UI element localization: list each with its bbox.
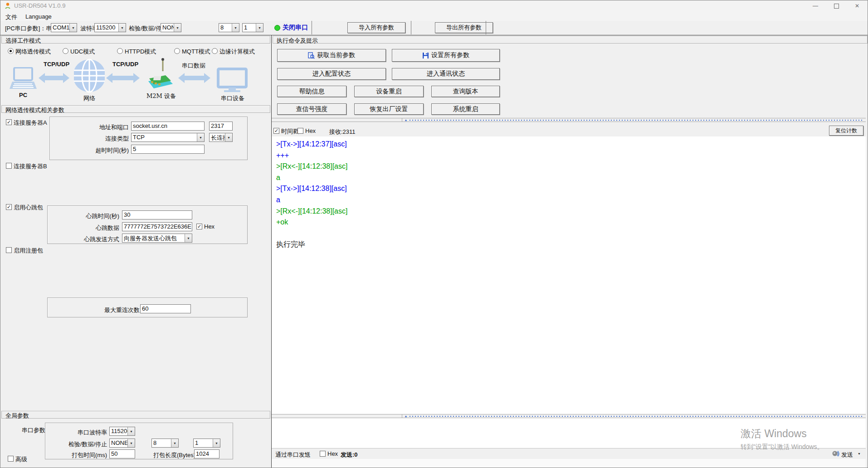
- reconnect-input[interactable]: 60: [140, 304, 191, 313]
- checkbox-icon: [6, 247, 12, 253]
- enter-config-button[interactable]: 进入配置状态: [277, 68, 386, 80]
- hb-mode-select[interactable]: 向服务器发送心跳包 ▼: [122, 234, 192, 243]
- export-params-button[interactable]: 导出所有参数: [435, 22, 493, 33]
- log-area[interactable]: >[Tx->][14:12:37][asc]+++>[Rx<-][14:12:3…: [272, 136, 866, 414]
- set-params-icon: [422, 52, 429, 59]
- toolbar-separator: [486, 21, 486, 34]
- splitter-track: [272, 118, 402, 122]
- log-line: +ok: [276, 217, 866, 228]
- maximize-button[interactable]: [826, 0, 847, 11]
- hb-mode-value: 向服务器发送心跳包: [122, 234, 185, 242]
- checkbox-icon: [8, 456, 14, 462]
- net-params-header: 网络透传模式相关参数: [1, 105, 270, 113]
- menu-language[interactable]: Language: [23, 12, 54, 21]
- checkbox-label: 高级: [15, 455, 34, 463]
- pack-len-label: 打包长度(Bytes): [153, 451, 193, 459]
- chevron-down-icon[interactable]: ▼: [304, 452, 307, 455]
- get-params-icon: [308, 52, 315, 59]
- toolbar-separator: [312, 21, 312, 34]
- close-port-button[interactable]: 关闭串口: [283, 24, 308, 32]
- reconnect-label: 最大重连次数: [82, 306, 140, 314]
- close-button[interactable]: ✕: [847, 0, 868, 11]
- globe-icon: [74, 58, 105, 93]
- baud-value: 115200: [95, 24, 118, 32]
- pack-time-input[interactable]: 50: [109, 449, 135, 458]
- query-version-button[interactable]: 查询版本: [431, 86, 500, 97]
- chevron-down-icon: ▼: [171, 439, 178, 447]
- set-params-button[interactable]: 设置所有参数: [392, 49, 500, 62]
- laptop-icon: [9, 67, 38, 91]
- radio-label: 边缘计算模式: [219, 48, 269, 56]
- log-splitter-bottom[interactable]: ▲: [272, 414, 866, 418]
- toolbar-separator: [411, 21, 411, 34]
- gp-stopbits-select[interactable]: 1 ▼: [193, 439, 220, 448]
- gp-baud-label: 串口波特率: [49, 429, 107, 437]
- checkbox-icon: [297, 128, 303, 134]
- arrow-icon: [106, 72, 140, 84]
- hb-time-input[interactable]: 30: [122, 210, 192, 219]
- commands-header: 执行命令及提示: [273, 36, 868, 44]
- chevron-down-icon: ▼: [118, 24, 126, 32]
- minimize-button[interactable]: —: [805, 0, 826, 11]
- gp-parity-select[interactable]: NONE ▼: [109, 439, 135, 448]
- conn-type-select[interactable]: TCP ▼: [131, 133, 205, 142]
- checkbox-icon: [6, 119, 12, 125]
- pack-time-label: 打包时间(ms): [49, 451, 107, 459]
- chevron-down-icon: ▼: [197, 133, 204, 141]
- factory-reset-button[interactable]: 恢复出厂设置: [354, 103, 424, 115]
- checkbox-label: Hex: [305, 127, 321, 134]
- hb-mode-label: 心跳发送方式: [55, 235, 119, 244]
- hb-data-label: 心跳数据: [55, 224, 119, 232]
- send-speaker-icon[interactable]: [832, 450, 839, 458]
- net-label: 网络: [83, 94, 95, 102]
- gp-databits-select[interactable]: 8 ▼: [151, 439, 179, 448]
- baud-select[interactable]: 115200 ▼: [94, 23, 126, 32]
- m2m-device-icon: [145, 58, 174, 92]
- gp-baud-select[interactable]: 115200 ▼: [109, 427, 135, 436]
- chevron-down-icon: ▼: [256, 24, 263, 32]
- addr-label: 地址和端口: [59, 123, 129, 132]
- monitor-icon: [217, 68, 248, 92]
- collapse-up-icon[interactable]: ▲: [402, 414, 410, 418]
- toolbar: [PC串口参数]：串口号 COM10 ▼ 波特率 115200 ▼ 检验/数据/…: [0, 21, 868, 35]
- menu-bar: 文件 Language: [0, 11, 868, 21]
- pack-len-input[interactable]: 1024: [194, 449, 219, 458]
- chevron-down-icon: ▼: [127, 439, 135, 447]
- conn-mode-select[interactable]: 长连接 ▼: [209, 133, 233, 142]
- chevron-down-icon: ▼: [213, 439, 220, 447]
- log-line: +++: [276, 150, 866, 161]
- com-port-select[interactable]: COM10 ▼: [51, 23, 77, 32]
- log-splitter-top[interactable]: ▲: [272, 118, 866, 122]
- collapse-up-icon[interactable]: ▲: [402, 118, 410, 122]
- reset-count-button[interactable]: 复位计数: [829, 126, 863, 136]
- log-line: a: [276, 172, 866, 184]
- query-signal-button[interactable]: 查信号强度: [277, 103, 346, 115]
- help-button[interactable]: 帮助信息: [277, 86, 346, 97]
- device-reboot-button[interactable]: 设备重启: [354, 86, 424, 97]
- checkbox-label: Hex: [204, 223, 220, 230]
- log-line: >[Tx->][14:12:37][asc]: [276, 139, 866, 150]
- send-button[interactable]: 发送: [841, 451, 853, 459]
- server-a-port-input[interactable]: 2317: [209, 122, 233, 131]
- parity-select[interactable]: NONI ▼: [161, 23, 181, 32]
- chevron-down-icon[interactable]: ▼: [858, 452, 861, 455]
- timeout-input[interactable]: 5: [131, 145, 205, 154]
- databits-value: 8: [219, 24, 232, 32]
- splitter-track: [272, 414, 402, 418]
- hb-data-input[interactable]: 7777772E7573722E636E: [122, 222, 192, 231]
- app-icon: [4, 2, 11, 10]
- get-params-button[interactable]: 获取当前参数: [277, 49, 386, 62]
- system-reboot-button[interactable]: 系统重启: [431, 103, 500, 115]
- send-input[interactable]: [272, 418, 866, 448]
- gp-parity-value: NONE: [110, 439, 127, 447]
- m2m-label: M2M 设备: [146, 92, 176, 100]
- chevron-down-icon: ▼: [225, 133, 232, 141]
- link3-label: 串口数据: [182, 62, 205, 70]
- stopbits-select[interactable]: 1 ▼: [242, 23, 263, 32]
- import-params-button[interactable]: 导入所有参数: [347, 22, 405, 33]
- com-port-value: COM10: [51, 24, 69, 32]
- server-a-address-input[interactable]: socket.usr.cn: [131, 122, 205, 131]
- enter-comm-button[interactable]: 进入通讯状态: [392, 68, 500, 80]
- databits-select[interactable]: 8 ▼: [219, 23, 239, 32]
- arrow-icon: [39, 72, 69, 84]
